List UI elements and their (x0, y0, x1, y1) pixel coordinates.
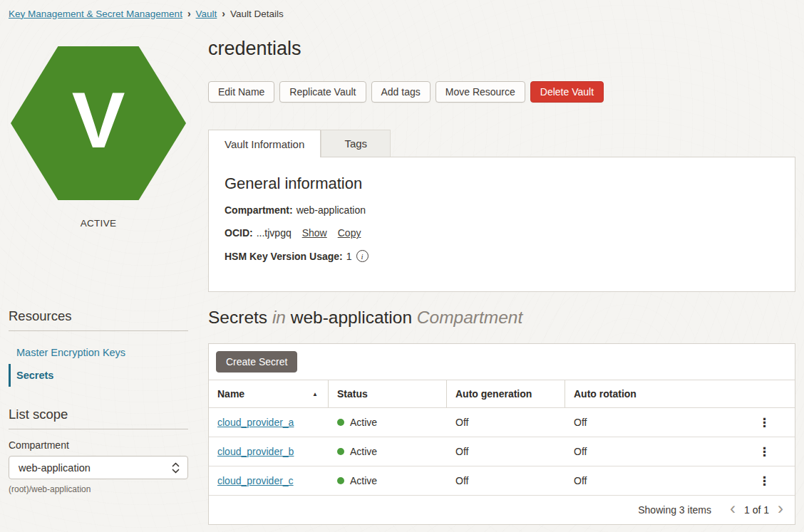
secrets-table-toolbar: Create Secret (209, 344, 795, 380)
ocid-copy-link[interactable]: Copy (338, 227, 361, 239)
pagination-page-indicator: 1 of 1 (744, 504, 769, 516)
column-header-status[interactable]: Status (329, 380, 447, 407)
secret-link[interactable]: cloud_provider_a (217, 417, 294, 428)
status-text: Active (350, 417, 377, 428)
compartment-info-row: Compartment: web-application (225, 204, 779, 216)
auto-generation-cell: Off (447, 446, 565, 457)
breadcrumb-link-vault[interactable]: Vault (196, 9, 217, 19)
secrets-table-header: Name ▲ Status Auto generation Auto rotat… (209, 380, 795, 408)
pagination-summary: Showing 3 items (638, 504, 711, 516)
sidebar-item-master-encryption-keys[interactable]: Master Encryption Keys (9, 341, 188, 364)
vault-information-panel: General information Compartment: web-app… (208, 157, 795, 292)
compartment-info-value: web-application (297, 204, 366, 216)
secret-name-cell: cloud_provider_b (209, 446, 329, 457)
breadcrumb-link-key-management[interactable]: Key Management & Secret Management (9, 9, 182, 19)
secret-name-cell: cloud_provider_c (209, 475, 329, 486)
status-active-dot-icon (337, 477, 344, 484)
row-actions-cell: ⋮ (734, 446, 795, 458)
auto-generation-cell: Off (447, 475, 565, 486)
tab-vault-information[interactable]: Vault Information (208, 130, 321, 157)
auto-rotation-cell: Off (565, 475, 734, 486)
list-scope-section: List scope Compartment web-application (… (9, 407, 188, 494)
auto-rotation-cell: Off (565, 417, 734, 428)
select-chevrons-icon (171, 461, 180, 474)
resources-heading: Resources (9, 308, 188, 324)
table-pagination: Showing 3 items ‹ 1 of 1 › (209, 496, 795, 524)
ocid-info-value: ...tjvpgq (257, 227, 292, 239)
info-icon[interactable]: i (356, 250, 368, 262)
resources-section: Resources Master Encryption Keys Secrets (9, 308, 188, 387)
sidebar: V ACTIVE Resources Master Encryption Key… (9, 26, 188, 525)
secret-status-cell: Active (329, 417, 447, 428)
replicate-vault-button[interactable]: Replicate Vault (279, 81, 366, 103)
column-header-auto-generation[interactable]: Auto generation (447, 380, 565, 407)
compartment-info-label: Compartment: (225, 204, 293, 216)
add-tags-button[interactable]: Add tags (371, 81, 431, 103)
tab-tags[interactable]: Tags (321, 130, 391, 157)
list-scope-heading: List scope (9, 407, 188, 422)
hsm-info-value: 1 (346, 251, 352, 262)
pagination-prev-icon[interactable]: ‹ (728, 500, 737, 517)
divider (9, 429, 188, 429)
breadcrumb-current: Vault Details (230, 9, 284, 19)
compartment-path: (root)/web-application (9, 484, 188, 494)
auto-generation-cell: Off (447, 417, 565, 428)
secrets-section-heading: Secrets in web-application Compartment (208, 308, 795, 328)
general-information-heading: General information (225, 174, 779, 193)
kebab-menu-icon[interactable]: ⋮ (758, 417, 770, 429)
vault-tabs: Vault Information Tags (208, 130, 795, 157)
breadcrumb: Key Management & Secret Management › Vau… (0, 0, 804, 19)
compartment-select[interactable]: web-application (9, 456, 188, 479)
sidebar-item-secrets[interactable]: Secrets (9, 364, 188, 387)
ocid-show-link[interactable]: Show (302, 227, 327, 239)
vault-status-label: ACTIVE (9, 218, 188, 229)
page-title: credentials (208, 38, 795, 60)
table-row: cloud_provider_a Active Off Off ⋮ (209, 408, 795, 437)
divider (9, 330, 188, 331)
secrets-table-card: Create Secret Name ▲ Status Auto generat… (208, 343, 795, 525)
edit-name-button[interactable]: Edit Name (208, 81, 274, 103)
table-row: cloud_provider_b Active Off Off ⋮ (209, 437, 795, 466)
create-secret-button[interactable]: Create Secret (216, 351, 297, 372)
row-actions-cell: ⋮ (734, 475, 795, 487)
secrets-heading-in: in (272, 308, 286, 327)
ocid-info-label: OCID: (225, 227, 253, 239)
status-text: Active (350, 475, 377, 486)
column-header-name-label: Name (217, 388, 244, 400)
row-actions-cell: ⋮ (734, 417, 795, 429)
secret-link[interactable]: cloud_provider_b (217, 446, 294, 457)
pagination-next-icon[interactable]: › (776, 500, 785, 517)
secret-status-cell: Active (329, 446, 447, 457)
page-layout: V ACTIVE Resources Master Encryption Key… (0, 26, 804, 525)
sort-ascending-icon: ▲ (312, 391, 318, 397)
column-header-auto-rotation[interactable]: Auto rotation (565, 380, 734, 407)
vault-badge: V ACTIVE (9, 46, 188, 229)
hsm-info-row: HSM Key Version Usage: 1 i (225, 250, 779, 262)
status-active-dot-icon (337, 448, 344, 455)
secret-status-cell: Active (329, 475, 447, 486)
vault-actions-toolbar: Edit Name Replicate Vault Add tags Move … (208, 81, 795, 103)
kebab-menu-icon[interactable]: ⋮ (758, 475, 770, 487)
vault-icon-letter: V (72, 80, 125, 160)
main-content: credentials Edit Name Replicate Vault Ad… (208, 26, 795, 525)
secrets-heading-compartment-word: Compartment (417, 308, 522, 327)
secret-name-cell: cloud_provider_a (209, 417, 329, 428)
compartment-select-value: web-application (19, 462, 91, 474)
secrets-heading-word: Secrets (208, 308, 267, 327)
breadcrumb-separator-icon: › (187, 8, 191, 19)
delete-vault-button[interactable]: Delete Vault (530, 81, 604, 103)
move-resource-button[interactable]: Move Resource (436, 81, 525, 103)
resources-nav: Master Encryption Keys Secrets (9, 341, 188, 387)
column-header-name[interactable]: Name ▲ (209, 380, 329, 407)
kebab-menu-icon[interactable]: ⋮ (758, 446, 770, 458)
vault-hexagon-icon: V (11, 46, 186, 200)
secret-link[interactable]: cloud_provider_c (217, 475, 294, 486)
status-text: Active (350, 446, 377, 457)
compartment-label: Compartment (9, 439, 188, 451)
breadcrumb-separator-icon: › (222, 8, 225, 19)
auto-rotation-cell: Off (565, 446, 734, 457)
ocid-info-row: OCID: ...tjvpgq Show Copy (225, 227, 779, 239)
table-row: cloud_provider_c Active Off Off ⋮ (209, 466, 795, 496)
secrets-heading-compartment-name: web-application (291, 308, 412, 327)
status-active-dot-icon (337, 419, 344, 426)
